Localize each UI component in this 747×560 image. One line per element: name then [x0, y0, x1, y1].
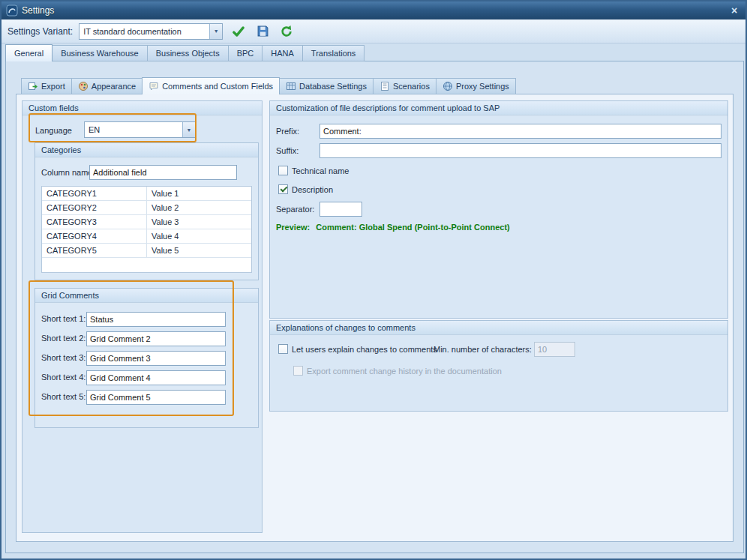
- prefix-input[interactable]: [320, 124, 722, 139]
- table-empty-row: [42, 258, 251, 273]
- separator-input[interactable]: [320, 202, 362, 217]
- tab-database-settings[interactable]: Database Settings: [279, 78, 374, 94]
- language-value: EN: [85, 125, 182, 134]
- short-text-1-label: Short text 1:: [41, 314, 86, 323]
- min-chars-label: Min. number of characters:: [434, 345, 532, 354]
- tab-comments-label: Comments and Custom Fields: [162, 82, 273, 91]
- tab-general[interactable]: General: [5, 44, 52, 61]
- preview-value: Comment: Global Spend (Point-to-Point Co…: [316, 223, 509, 232]
- export-history-label: Export comment change history in the doc…: [307, 367, 502, 376]
- category-value-cell: Value 5: [147, 244, 251, 257]
- language-label: Language: [35, 126, 72, 135]
- short-text-5-input[interactable]: [86, 390, 226, 405]
- tab-scenarios-label: Scenarios: [393, 82, 430, 91]
- table-row[interactable]: CATEGORY1 Value 1: [42, 187, 251, 201]
- tab-comments-and-custom-fields[interactable]: Comments and Custom Fields: [142, 77, 280, 94]
- technical-name-checkbox[interactable]: [278, 166, 288, 175]
- preview-label: Preview:: [276, 223, 310, 232]
- short-text-4-label: Short text 4:: [41, 373, 86, 382]
- short-text-3-label: Short text 3:: [41, 353, 86, 362]
- close-icon[interactable]: ×: [728, 4, 741, 16]
- chevron-down-icon[interactable]: ▼: [182, 122, 195, 137]
- short-text-3-input[interactable]: [86, 351, 226, 366]
- let-users-explain-checkbox[interactable]: [278, 344, 288, 354]
- description-checkbox[interactable]: [278, 184, 288, 194]
- table-row[interactable]: CATEGORY4 Value 4: [42, 229, 251, 244]
- tab-business-objects[interactable]: Business Objects: [147, 45, 229, 61]
- custom-fields-title: Custom fields: [22, 101, 262, 115]
- custom-fields-group: Custom fields Language EN ▼ Categories C…: [22, 100, 262, 533]
- sap-customization-title: Customization of file descriptions for c…: [270, 101, 728, 115]
- comment-icon: [148, 81, 159, 91]
- grid-comments-group: Grid Comments Short text 1: Short text 2…: [34, 288, 259, 428]
- category-key-cell: CATEGORY2: [42, 201, 147, 214]
- separator-label: Separator:: [276, 205, 314, 214]
- tab-appearance-label: Appearance: [92, 82, 136, 91]
- tab-export-label: Export: [41, 82, 65, 91]
- column-name-label: Column name:: [41, 168, 95, 177]
- app-icon: [6, 4, 18, 16]
- explanations-group: Explanations of changes to comments Let …: [269, 320, 728, 412]
- table-row[interactable]: CATEGORY5 Value 5: [42, 244, 251, 258]
- tab-export[interactable]: Export: [21, 78, 72, 94]
- database-icon: [286, 81, 296, 91]
- tab-hana[interactable]: HANA: [262, 45, 303, 61]
- category-key-cell: CATEGORY4: [42, 229, 147, 243]
- save-button[interactable]: [254, 23, 271, 40]
- category-value-cell: Value 4: [147, 229, 251, 243]
- categories-table: CATEGORY1 Value 1 CATEGORY2 Value 2 CATE…: [41, 186, 252, 273]
- category-value-cell: Value 2: [147, 201, 251, 214]
- settings-window: Settings × Settings Variant: IT standard…: [0, 0, 747, 560]
- tab-proxy-settings[interactable]: Proxy Settings: [436, 78, 516, 94]
- export-history-checkbox: [293, 366, 303, 376]
- category-value-cell: Value 1: [147, 187, 251, 200]
- export-icon: [28, 81, 38, 91]
- categories-title: Categories: [35, 143, 258, 157]
- grid-comments-title: Grid Comments: [35, 289, 258, 303]
- tab-business-warehouse[interactable]: Business Warehouse: [52, 45, 148, 61]
- preview-line: Preview:Comment: Global Spend (Point-to-…: [276, 223, 510, 232]
- titlebar: Settings ×: [2, 1, 746, 19]
- inner-tab-bar: Export Appearance Comments and Custom: [22, 77, 516, 94]
- refresh-icon[interactable]: [278, 23, 295, 40]
- window-title: Settings: [22, 5, 54, 16]
- language-dropdown[interactable]: EN ▼: [84, 121, 196, 138]
- table-row[interactable]: CATEGORY3 Value 3: [42, 215, 251, 229]
- tab-proxy-settings-label: Proxy Settings: [456, 82, 509, 91]
- column-name-input[interactable]: [89, 165, 237, 180]
- suffix-input[interactable]: [320, 143, 722, 158]
- tab-scenarios[interactable]: Scenarios: [373, 78, 436, 94]
- settings-variant-dropdown[interactable]: IT standard documentation ▼: [79, 23, 223, 40]
- table-row[interactable]: CATEGORY2 Value 2: [42, 201, 251, 215]
- suffix-label: Suffix:: [276, 146, 298, 155]
- globe-icon: [442, 81, 453, 91]
- sap-customization-group: Customization of file descriptions for c…: [269, 100, 728, 319]
- categories-group: Categories Column name: CATEGORY1 Value …: [34, 142, 259, 280]
- short-text-2-label: Short text 2:: [41, 334, 86, 343]
- tab-appearance[interactable]: Appearance: [71, 78, 142, 94]
- chevron-down-icon[interactable]: ▼: [209, 24, 222, 39]
- category-key-cell: CATEGORY3: [42, 215, 147, 229]
- explanations-title: Explanations of changes to comments: [270, 321, 728, 335]
- apply-button[interactable]: [230, 23, 247, 40]
- settings-variant-label: Settings Variant:: [8, 26, 73, 37]
- category-value-cell: Value 3: [147, 215, 251, 229]
- outer-tab-bar: General Business Warehouse Business Obje…: [6, 44, 364, 61]
- short-text-4-input[interactable]: [86, 370, 226, 385]
- short-text-5-label: Short text 5:: [41, 392, 86, 401]
- description-label: Description: [292, 185, 333, 194]
- category-key-cell: CATEGORY5: [42, 244, 147, 257]
- tab-bpc[interactable]: BPC: [228, 45, 263, 61]
- min-chars-input: [534, 342, 575, 357]
- list-icon: [380, 81, 390, 91]
- short-text-1-input[interactable]: [86, 312, 226, 327]
- settings-variant-value: IT standard documentation: [80, 27, 209, 36]
- tab-database-settings-label: Database Settings: [299, 82, 367, 91]
- palette-icon: [78, 81, 88, 91]
- tab-translations[interactable]: Translations: [302, 45, 365, 61]
- prefix-label: Prefix:: [276, 127, 299, 136]
- let-users-explain-label: Let users explain changes to comments: [292, 345, 437, 354]
- category-key-cell: CATEGORY1: [42, 187, 147, 200]
- short-text-2-input[interactable]: [86, 331, 226, 346]
- toolbar: Settings Variant: IT standard documentat…: [2, 19, 746, 43]
